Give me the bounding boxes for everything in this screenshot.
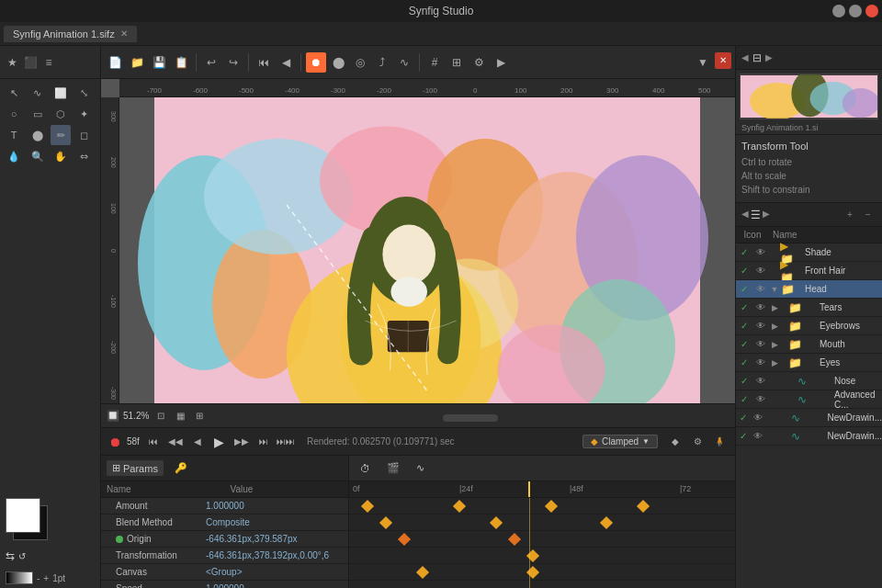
anim-tab[interactable]: ∿ (411, 460, 430, 476)
layer-delete-btn[interactable]: − (860, 207, 876, 223)
param-row-origin[interactable]: Origin -646.361px,379.587px (101, 531, 348, 548)
onion-skin-btn[interactable]: ◎ (350, 52, 370, 73)
layer-eye-tears[interactable]: 👁 (752, 302, 769, 312)
layer-eye-eyebrows[interactable]: 👁 (752, 321, 769, 331)
layer-expand-mouth[interactable]: ▶ (769, 340, 780, 349)
tool-rect[interactable]: ▭ (28, 104, 48, 124)
path-btn[interactable]: ⤴ (372, 52, 392, 73)
canvas-thumbnail[interactable] (740, 74, 878, 119)
layer-eye-head[interactable]: 👁 (752, 284, 769, 294)
tool-lock[interactable]: ⬛ (22, 54, 39, 71)
layer-newdrawing1[interactable]: ✓ 👁 ∿ NewDrawin... (736, 409, 882, 427)
keyframe-dot[interactable] (361, 500, 374, 513)
tool-text[interactable]: T (4, 125, 24, 145)
tool-eyedrop[interactable]: 💧 (4, 146, 24, 166)
anim-settings-btn[interactable]: ⚙ (689, 434, 706, 450)
minimize-button[interactable] (832, 5, 845, 17)
param-row-speed[interactable]: Speed 1.000000 (101, 581, 348, 588)
keyframe-dot[interactable] (490, 516, 503, 529)
layer-nose[interactable]: ✓ 👁 ∿ Nose (736, 372, 882, 390)
view-mode-btn[interactable]: ▦ (172, 408, 188, 424)
tool-pen[interactable]: ✏ (51, 125, 71, 145)
keyframe-dot[interactable] (398, 533, 411, 546)
preview-btn[interactable]: ▶ (491, 52, 511, 73)
tool-zoom[interactable]: 🔍 (28, 146, 48, 166)
record-icon[interactable]: ⏺ (108, 435, 121, 449)
layer-check-shade[interactable]: ✓ (736, 247, 752, 257)
keyframe-add-btn[interactable]: ◆ (667, 434, 684, 450)
layer-check-tears[interactable]: ✓ (736, 302, 752, 312)
layer-expand-eyebrows[interactable]: ▶ (769, 322, 780, 331)
tool-smooth[interactable]: ∿ (28, 83, 48, 103)
figure-icon[interactable]: 🧍 (711, 434, 728, 450)
skip-to-end-btn[interactable]: ⏭⏭ (277, 434, 294, 450)
save-as-btn[interactable]: 📋 (171, 52, 191, 73)
skip-to-start-btn[interactable]: ⏮ (145, 434, 162, 450)
layers-prev-btn[interactable]: ◀ (741, 209, 749, 221)
open-file-btn[interactable]: 📁 (127, 52, 147, 73)
tool-scale[interactable]: ⤡ (74, 83, 95, 103)
file-tab[interactable]: Synfig Animation 1.sifz ✕ (4, 26, 137, 42)
rp-next-arrow[interactable]: ▶ (765, 52, 773, 62)
snap-btn[interactable]: ⊞ (447, 52, 467, 73)
canvas-lock-icon[interactable]: 🔲 (107, 410, 119, 422)
layer-check-nose[interactable]: ✓ (736, 376, 752, 386)
layer-expand-head[interactable]: ▼ (769, 285, 780, 294)
scrollbar-h[interactable] (211, 411, 729, 422)
save-file-btn[interactable]: 💾 (149, 52, 169, 73)
tool-fill[interactable]: ⬤ (28, 125, 48, 145)
layer-check-mouth[interactable]: ✓ (736, 339, 752, 349)
tool-star[interactable]: ★ (4, 54, 20, 71)
keyframe-dot[interactable] (508, 533, 521, 546)
canvas-close-btn[interactable]: ✕ (715, 52, 731, 69)
prev-frame-btn[interactable]: ◀ (189, 434, 206, 450)
record-btn[interactable]: ⏺ (306, 52, 326, 73)
close-tab-icon[interactable]: ✕ (120, 28, 128, 39)
keyframe-dot[interactable] (637, 500, 650, 513)
tool-settings[interactable]: ≡ (40, 54, 57, 71)
keyframe-dot[interactable] (600, 516, 613, 529)
grid-toggle-btn[interactable]: ⊞ (191, 408, 208, 424)
tool-polygon[interactable]: ⬡ (51, 104, 71, 124)
layer-fronthair[interactable]: ✓ 👁 ▶📁 Front Hair (736, 262, 882, 280)
tool-circle[interactable]: ○ (4, 104, 24, 124)
layer-check-advanced[interactable]: ✓ (736, 394, 752, 404)
rp-prev-arrow[interactable]: ◀ (741, 52, 749, 62)
tool-node[interactable]: ⬜ (51, 83, 71, 103)
layer-eye-fronthair[interactable]: 👁 (752, 266, 769, 276)
step-back-btn[interactable]: ◀ (276, 52, 296, 73)
layer-eye-nd2[interactable]: 👁 (751, 431, 765, 441)
render-tab[interactable]: 🎬 (381, 460, 405, 476)
layer-eye-mouth[interactable]: 👁 (752, 339, 769, 349)
ease-btn[interactable]: ∿ (394, 52, 414, 73)
render-btn[interactable]: ⚙ (469, 52, 489, 73)
layer-check-nd1[interactable]: ✓ (736, 413, 751, 423)
close-button[interactable] (865, 5, 878, 17)
tool-star2[interactable]: ✦ (74, 104, 95, 124)
timeline-tab[interactable]: ⏱ (355, 461, 376, 476)
keyframe-dot[interactable] (545, 500, 558, 513)
tool-mirror[interactable]: ⇔ (74, 146, 95, 166)
layer-mouth[interactable]: ✓ 👁 ▶ 📁 Mouth (736, 335, 882, 354)
layer-eye-advanced[interactable]: 👁 (752, 394, 769, 404)
layer-check-eyes[interactable]: ✓ (736, 357, 752, 368)
swap-colors-icon[interactable]: ⇆ (6, 549, 15, 562)
tool-hand[interactable]: ✋ (51, 146, 71, 166)
layer-eye-nd1[interactable]: 👁 (751, 413, 765, 423)
layer-head[interactable]: ✓ 👁 ▼ 📁 Head (736, 280, 882, 299)
layer-eye-nose[interactable]: 👁 (752, 376, 769, 386)
layer-tears[interactable]: ✓ 👁 ▶ 📁 Tears (736, 299, 882, 317)
undo-btn[interactable]: ↩ (201, 52, 221, 73)
layer-add-btn[interactable]: + (842, 207, 858, 223)
grid-btn[interactable]: # (424, 52, 445, 73)
layer-expand-eyes[interactable]: ▶ (769, 358, 780, 368)
new-file-btn[interactable]: 📄 (105, 52, 125, 73)
layer-check-eyebrows[interactable]: ✓ (736, 321, 752, 331)
layer-expand-tears[interactable]: ▶ (769, 303, 780, 312)
layer-check-nd2[interactable]: ✓ (736, 431, 751, 441)
canvas-settings-btn[interactable]: ▼ (693, 52, 713, 73)
param-row-transform[interactable]: Transformation -646.361px,378.192px,0.00… (101, 548, 348, 564)
prev-keyframe-btn[interactable]: ◀◀ (167, 434, 184, 450)
keyframes-tab[interactable]: 🔑 (169, 460, 193, 476)
next-frame-btn[interactable]: ▶▶ (233, 434, 250, 450)
